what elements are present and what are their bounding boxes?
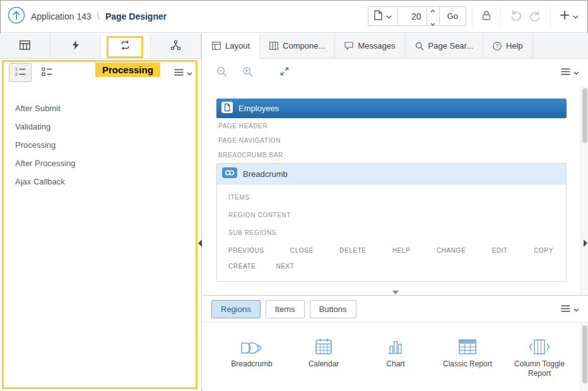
tab-layout[interactable]: Layout xyxy=(203,33,260,59)
create-menu-button[interactable] xyxy=(556,8,582,24)
page-header-bar[interactable]: Employees xyxy=(216,99,567,118)
search-icon xyxy=(415,42,424,51)
highlight-tooltip: Processing xyxy=(95,63,160,77)
collapse-right-panel-arrow[interactable] xyxy=(584,239,587,247)
redo-button[interactable] xyxy=(526,9,544,23)
canvas-scrollbar[interactable] xyxy=(580,86,588,295)
collapse-left-panel-arrow[interactable] xyxy=(198,239,202,247)
page-lock-button[interactable] xyxy=(478,8,495,25)
slot-breadcrumb-bar[interactable]: BREADCRUMB BAR xyxy=(216,147,567,162)
position-delete[interactable]: DELETE xyxy=(339,247,367,254)
go-button[interactable]: Go xyxy=(440,6,466,26)
zoom-in-button[interactable] xyxy=(237,64,258,81)
left-tab-strip xyxy=(0,33,201,59)
zoom-controls xyxy=(211,64,295,81)
slot-sub-regions[interactable]: SUB REGIONS xyxy=(228,224,553,241)
canvas-page-title: Employees xyxy=(238,104,279,113)
splitter-collapse-handle[interactable] xyxy=(392,291,399,294)
position-copy[interactable]: COPY xyxy=(534,247,553,254)
position-next[interactable]: NEXT xyxy=(276,263,294,270)
slot-page-navigation[interactable]: PAGE NAVIGATION xyxy=(216,133,567,147)
gallery-tab-buttons[interactable]: Buttons xyxy=(310,300,356,318)
shared-components-icon xyxy=(170,40,181,52)
expand-layout-button[interactable] xyxy=(274,64,295,81)
expand-icon xyxy=(279,66,290,78)
position-edit[interactable]: EDIT xyxy=(492,247,508,254)
scrollbar-thumb[interactable] xyxy=(582,88,587,143)
gallery-item-column-toggle-report[interactable]: Column Toggle Report xyxy=(509,332,570,391)
layout-toolbar xyxy=(203,59,588,86)
component-type-view-button[interactable] xyxy=(35,63,58,82)
main-tab-strip: Layout Compone... Messages Page Sear... … xyxy=(203,33,588,59)
page-title: Page Designer xyxy=(105,11,167,21)
tab-rendering[interactable] xyxy=(0,33,50,58)
slot-items[interactable]: ITEMS xyxy=(228,188,553,206)
scrollbar-thumb[interactable] xyxy=(582,325,587,383)
chevron-down-icon xyxy=(573,11,579,21)
calendar-icon xyxy=(315,332,332,354)
gallery-menu-button[interactable] xyxy=(561,304,579,314)
divider xyxy=(500,7,501,26)
position-create[interactable]: CREATE xyxy=(228,263,256,270)
position-previous[interactable]: PREVIOUS xyxy=(228,247,264,254)
tab-help[interactable]: ? Help xyxy=(483,33,533,58)
bar-chart-icon xyxy=(387,332,404,354)
chevron-up-icon xyxy=(430,4,435,15)
gallery-item-calendar[interactable]: Calendar xyxy=(293,332,354,391)
left-panel: 12 After Submit Validating Processing Af… xyxy=(0,33,202,391)
layout-canvas: Employees PAGE HEADER PAGE NAVIGATION BR… xyxy=(203,86,580,295)
processing-order-view-button[interactable]: 12 xyxy=(9,63,32,82)
tab-component-view[interactable]: Compone... xyxy=(260,33,335,58)
view-toggle-group: 12 xyxy=(9,63,58,82)
svg-text:1: 1 xyxy=(15,67,18,71)
gallery-tab-regions[interactable]: Regions xyxy=(211,300,261,318)
tree-item-ajax-callback[interactable]: Ajax Callback xyxy=(0,172,201,191)
application-icon xyxy=(8,6,25,27)
lock-icon xyxy=(481,10,491,23)
tab-label: Compone... xyxy=(283,41,325,51)
zoom-out-button[interactable] xyxy=(211,64,232,81)
tab-label: Help xyxy=(506,41,523,51)
gallery-tab-items[interactable]: Items xyxy=(266,300,305,318)
tree-item-processing[interactable]: Processing xyxy=(0,136,201,154)
undo-icon xyxy=(510,10,522,23)
page-number-stepper[interactable] xyxy=(427,6,440,26)
page-number-input[interactable] xyxy=(398,6,427,26)
lightning-bolt-icon xyxy=(71,40,79,52)
tab-label: Page Sear... xyxy=(428,41,474,51)
hamburger-menu-icon xyxy=(561,68,570,77)
slot-page-header[interactable]: PAGE HEADER xyxy=(216,118,567,133)
tab-processing[interactable] xyxy=(101,33,151,58)
position-close[interactable]: CLOSE xyxy=(290,247,314,254)
tab-label: Messages xyxy=(358,41,395,51)
gallery-item-classic-report[interactable]: Classic Report xyxy=(437,332,498,391)
top-header: Application 143 \ Page Designer Go xyxy=(0,0,588,33)
layout-menu-button[interactable] xyxy=(561,68,579,77)
tab-shared-components[interactable] xyxy=(151,33,201,58)
page-icon xyxy=(374,10,382,22)
breadcrumb-application[interactable]: Application 143 xyxy=(31,11,91,21)
gallery-item-breadcrumb[interactable]: Breadcrumb xyxy=(221,332,282,391)
tab-page-search[interactable]: Page Sear... xyxy=(406,33,484,58)
position-change[interactable]: CHANGE xyxy=(437,247,466,254)
header-breadcrumb: Application 143 \ Page Designer xyxy=(8,6,167,27)
slot-region-content[interactable]: REGION CONTENT xyxy=(228,206,553,224)
position-help[interactable]: HELP xyxy=(392,247,411,254)
left-panel-menu-button[interactable] xyxy=(174,68,192,78)
undo-button[interactable] xyxy=(507,8,526,25)
rendering-grid-icon xyxy=(20,40,30,52)
breadcrumb-region-header[interactable]: Breadcrumb xyxy=(217,164,566,184)
gallery-item-label: Chart xyxy=(386,359,404,369)
svg-text:2: 2 xyxy=(15,72,18,76)
processing-tree: After Submit Validating Processing After… xyxy=(0,87,201,191)
svg-text:?: ? xyxy=(496,43,499,49)
gallery-item-chart[interactable]: Chart xyxy=(365,332,426,391)
page-picker-button[interactable] xyxy=(368,6,398,26)
tree-item-validating[interactable]: Validating xyxy=(0,117,201,136)
tree-item-after-submit[interactable]: After Submit xyxy=(0,99,201,117)
tree-item-after-processing[interactable]: After Processing xyxy=(0,154,201,172)
tab-dynamic-actions[interactable] xyxy=(50,33,101,58)
tab-messages[interactable]: Messages xyxy=(335,33,405,58)
gallery-scrollbar[interactable] xyxy=(580,323,588,391)
gallery-item-label: Column Toggle Report xyxy=(509,359,570,378)
